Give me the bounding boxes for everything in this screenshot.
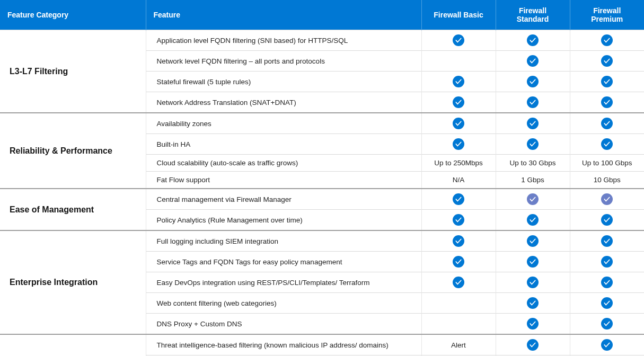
tier-cell [421, 72, 496, 92]
tier-cell [570, 314, 644, 335]
check-icon [527, 34, 539, 46]
check-icon [601, 76, 613, 87]
feature-cell: DNS Proxy + Custom DNS [146, 314, 421, 335]
tier-cell [496, 134, 570, 155]
tier-cell [496, 51, 570, 72]
check-icon [527, 235, 539, 247]
tier-cell [496, 252, 570, 272]
check-icon [601, 297, 613, 309]
header-tier-premium: Firewall Premium [570, 0, 644, 30]
check-icon [453, 118, 464, 129]
tier-cell [496, 210, 570, 231]
check-icon [527, 214, 539, 226]
tier-cell [570, 113, 644, 134]
header-tier-standard: Firewall Standard [496, 0, 570, 30]
tier-cell [570, 293, 644, 314]
category-cell: Reliability & Performance [0, 113, 146, 189]
category-cell: Advanced Threat Protection [0, 334, 146, 356]
check-icon [601, 256, 613, 268]
tier-cell [570, 334, 644, 355]
header-category: Feature Category [0, 0, 146, 30]
tier-cell [496, 314, 570, 335]
feature-cell: Easy DevOps integration using REST/PS/CL… [146, 272, 421, 293]
tier-cell: 10 Gbps [570, 172, 644, 189]
tier-cell [570, 272, 644, 293]
tier-cell [496, 293, 570, 314]
tier-cell [496, 113, 570, 134]
tier-cell: 1 Gbps [496, 172, 570, 189]
check-icon [601, 235, 613, 247]
feature-cell: Network Address Translation (SNAT+DNAT) [146, 92, 421, 113]
tier-cell [496, 189, 570, 210]
check-icon [527, 76, 539, 87]
tier-cell [570, 189, 644, 210]
table-row: Ease of ManagementCentral management via… [0, 189, 644, 210]
header-tier-basic: Firewall Basic [421, 0, 496, 30]
header-row: Feature Category Feature Firewall Basic … [0, 0, 644, 30]
tier-cell [421, 51, 496, 72]
check-icon [601, 193, 613, 205]
check-icon [527, 318, 539, 330]
tier-cell: Up to 250Mbps [421, 155, 496, 172]
tier-cell [421, 134, 496, 155]
check-icon [527, 193, 539, 205]
feature-cell: Service Tags and FQDN Tags for easy poli… [146, 252, 421, 272]
category-cell: Ease of Management [0, 189, 146, 230]
tier-cell [570, 51, 644, 72]
check-icon [527, 277, 539, 288]
feature-cell: Network level FQDN filtering – all ports… [146, 51, 421, 72]
feature-cell: Built-in HA [146, 134, 421, 155]
tier-cell [570, 252, 644, 272]
check-icon [453, 138, 464, 150]
check-icon [453, 76, 464, 87]
check-icon [601, 339, 613, 351]
feature-cell: Threat intelligence-based filtering (kno… [146, 334, 421, 355]
table-row: Enterprise IntegrationFull logging inclu… [0, 230, 644, 252]
feature-cell: Availability zones [146, 113, 421, 134]
check-icon [453, 256, 464, 268]
tier-cell [570, 72, 644, 92]
feature-cell: Web content filtering (web categories) [146, 293, 421, 314]
tier-cell [496, 230, 570, 252]
tier-cell: Up to 100 Gbps [570, 155, 644, 172]
feature-cell: Policy Analytics (Rule Management over t… [146, 210, 421, 231]
tier-cell [496, 92, 570, 113]
check-icon [601, 55, 613, 67]
tier-cell: Alert [421, 334, 496, 355]
check-icon [527, 297, 539, 309]
check-icon [601, 118, 613, 129]
check-icon [453, 96, 464, 108]
tier-cell [421, 210, 496, 231]
category-cell: Enterprise Integration [0, 230, 146, 334]
check-icon [453, 214, 464, 226]
check-icon [453, 277, 464, 288]
tier-cell: Up to 30 Gbps [496, 155, 570, 172]
check-icon [601, 96, 613, 108]
check-icon [527, 339, 539, 351]
check-icon [527, 138, 539, 150]
feature-cell: Central management via Firewall Manager [146, 189, 421, 210]
check-icon [453, 235, 464, 247]
check-icon [601, 214, 613, 226]
check-icon [527, 256, 539, 268]
table-row: L3-L7 FilteringApplication level FQDN fi… [0, 30, 644, 51]
table-row: Reliability & PerformanceAvailability zo… [0, 113, 644, 134]
feature-cell: Cloud scalability (auto-scale as traffic… [146, 155, 421, 172]
tier-cell [421, 252, 496, 272]
check-icon [453, 34, 464, 46]
check-icon [453, 193, 464, 205]
tier-cell [496, 72, 570, 92]
tier-cell [496, 30, 570, 51]
header-feature: Feature [146, 0, 421, 30]
feature-cell: Full logging including SIEM integration [146, 230, 421, 252]
tier-cell [421, 189, 496, 210]
feature-cell: Fat Flow support [146, 172, 421, 189]
tier-cell [421, 230, 496, 252]
feature-cell: Application level FQDN filtering (SNI ba… [146, 30, 421, 51]
tier-cell: N/A [421, 172, 496, 189]
feature-comparison-table: Feature Category Feature Firewall Basic … [0, 0, 644, 356]
tier-cell [421, 314, 496, 335]
tier-cell [570, 230, 644, 252]
tier-cell [421, 92, 496, 113]
tier-cell [421, 272, 496, 293]
